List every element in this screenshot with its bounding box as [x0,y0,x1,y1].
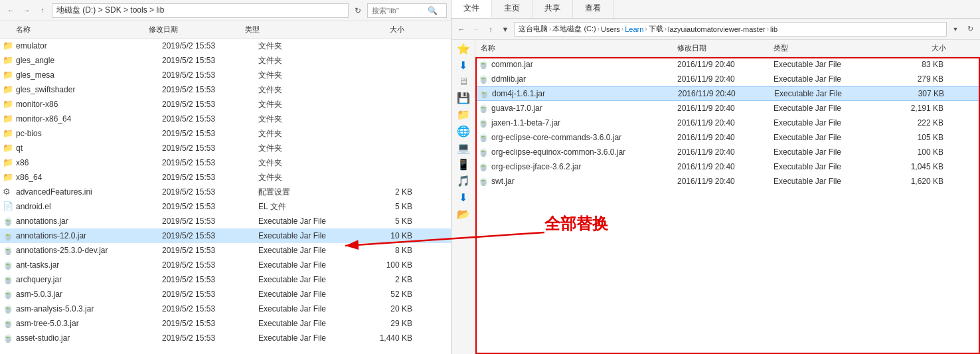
right-col-date-header[interactable]: 修改日期 [677,43,774,53]
path-part[interactable]: lib [770,25,777,33]
left-back-button[interactable]: ← [4,4,17,17]
sidebar-icon: ⬇ [459,59,467,72]
file-type: 文件夹 [258,41,365,52]
list-item[interactable]: 📁 x86_64 2019/5/2 15:53 文件夹 [0,170,451,185]
sidebar-item-3[interactable]: 💾 [457,92,470,104]
left-up-button[interactable]: ↑ [36,4,49,17]
path-part[interactable]: Learn [625,25,643,33]
file-name: gles_mesa [16,70,162,80]
file-size: 2 KB [365,275,418,284]
list-item[interactable]: 🍵 asm-analysis-5.0.3.jar 2019/5/2 15:53 … [0,302,451,316]
file-date: 2019/5/2 15:53 [162,260,258,270]
left-address-path[interactable]: 地磁盘 (D:) > SDK > tools > lib [52,3,349,18]
file-date: 2016/11/9 20:40 [677,104,774,113]
jar-icon: 🍵 [478,118,489,128]
right-col-name-header[interactable]: 名称 [478,43,677,53]
list-item[interactable]: 🍵 annotations-25.3.0-dev.jar 2019/5/2 15… [0,243,451,258]
left-refresh-button[interactable]: ↻ [351,4,365,17]
left-col-date-header[interactable]: 修改日期 [149,25,245,35]
list-item[interactable]: 📁 gles_angle 2019/5/2 15:53 文件夹 [0,53,451,68]
sidebar-item-10[interactable]: 📂 [457,208,470,221]
file-name: annotations.jar [16,217,162,226]
list-item[interactable]: 🍵 annotations.jar 2019/5/2 15:53 Executa… [0,214,451,228]
file-date: 2019/5/2 15:53 [162,304,258,313]
sidebar-icon: 🖥 [458,76,469,88]
file-size: 2 KB [365,187,418,197]
right-forward-button[interactable]: → [470,23,482,35]
search-icon[interactable]: 🔍 [428,6,438,15]
path-part[interactable]: Users [601,25,620,33]
list-item[interactable]: 📁 gles_mesa 2019/5/2 15:53 文件夹 [0,68,451,82]
left-col-name-header[interactable]: 名称 [3,25,149,35]
list-item[interactable]: 📁 x86 2019/5/2 15:53 文件夹 [0,155,451,170]
list-item[interactable]: 📁 qt 2019/5/2 15:53 文件夹 [0,141,451,155]
list-item[interactable]: 📁 monitor-x86_64 2019/5/2 15:53 文件夹 [0,112,451,126]
tab-主页[interactable]: 主页 [492,0,532,18]
list-item[interactable]: 🍵 asm-5.0.3.jar 2019/5/2 15:53 Executabl… [0,287,451,302]
sidebar-item-8[interactable]: 🎵 [457,175,470,187]
list-item[interactable]: 🍵 asm-tree-5.0.3.jar 2019/5/2 15:53 Exec… [0,316,451,331]
path-separator: › [645,25,647,33]
right-back-button[interactable]: ← [455,23,467,35]
list-item[interactable]: 🍵 org-eclipse-core-commands-3.6.0.jar 20… [475,130,980,145]
file-size: 100 KB [365,260,418,270]
sidebar-item-2[interactable]: 🖥 [458,76,469,88]
sidebar-icon: 💻 [457,141,470,154]
file-name: org-eclipse-core-commands-3.6.0.jar [491,133,677,142]
right-up-button[interactable]: ↑ [485,23,497,35]
file-type: Executable Jar File [258,333,365,343]
right-path[interactable]: 这台电脑 › 本地磁盘 (C:) › Users › Learn › 下载 › … [514,22,947,37]
list-item[interactable]: 🍵 jaxen-1.1-beta-7.jar 2016/11/9 20:40 E… [475,116,980,130]
left-search-box[interactable]: 🔍 [367,3,447,18]
file-date: 2019/5/2 15:53 [162,41,258,50]
list-item[interactable]: 🍵 swt.jar 2016/11/9 20:40 Executable Jar… [475,174,980,189]
list-item[interactable]: 📁 emulator 2019/5/2 15:53 文件夹 [0,39,451,53]
file-size: 52 KB [365,290,418,299]
list-item[interactable]: 🍵 common.jar 2016/11/9 20:40 Executable … [475,57,980,72]
path-part[interactable]: 这台电脑 [519,24,548,34]
list-item[interactable]: 🍵 dom4j-1.6.1.jar 2016/11/9 20:40 Execut… [475,86,980,101]
path-part[interactable]: lazyuiautomatorviewer-master [668,25,766,33]
sidebar-item-0[interactable]: ⭐ [457,43,470,55]
path-part[interactable]: 下载 [649,24,663,34]
list-item[interactable]: 📄 android.el 2019/5/2 15:53 EL 文件 5 KB [0,199,451,214]
list-item[interactable]: 📁 gles_swiftshader 2019/5/2 15:53 文件夹 [0,82,451,97]
right-recent-button[interactable]: ▼ [499,23,511,35]
sidebar-item-5[interactable]: 🌐 [457,125,470,137]
list-item[interactable]: 🍵 archquery.jar 2019/5/2 15:53 Executabl… [0,272,451,287]
file-type: 文件夹 [258,70,365,81]
list-item[interactable]: 🍵 asset-studio.jar 2019/5/2 15:53 Execut… [0,331,451,345]
sidebar-item-7[interactable]: 📱 [457,158,470,171]
right-file-pane: 文件主页共享查看 ← → ↑ ▼ 这台电脑 › 本地磁盘 (C:) › User… [451,0,980,354]
right-refresh-button[interactable]: ↻ [964,23,976,35]
list-item[interactable]: 🍵 org-eclipse-jface-3.6.2.jar 2016/11/9 … [475,159,980,174]
list-item[interactable]: 🍵 org-eclipse-equinox-common-3.6.0.jar 2… [475,145,980,159]
tab-查看[interactable]: 查看 [573,0,613,18]
left-search-input[interactable] [372,7,425,15]
right-col-size-header[interactable]: 大小 [893,43,946,53]
sidebar-item-1[interactable]: ⬇ [459,59,467,72]
right-path-down-button[interactable]: ▼ [949,23,961,35]
sidebar-item-6[interactable]: 💻 [457,141,470,154]
tab-文件[interactable]: 文件 [451,0,492,18]
list-item[interactable]: 📁 monitor-x86 2019/5/2 15:53 文件夹 [0,97,451,112]
list-item[interactable]: 📁 pc-bios 2019/5/2 15:53 文件夹 [0,126,451,141]
folder-icon: 📁 [3,157,13,168]
right-col-type-header[interactable]: 类型 [774,43,893,53]
list-item[interactable]: 🍵 ddmlib.jar 2016/11/9 20:40 Executable … [475,72,980,86]
right-file-list: 🍵 common.jar 2016/11/9 20:40 Executable … [475,57,980,354]
jar-icon: 🍵 [478,176,489,187]
left-col-type-header[interactable]: 类型 [245,25,351,35]
sidebar-item-4[interactable]: 📁 [457,108,470,121]
right-sidebar: ⭐⬇🖥💾📁🌐💻📱🎵⬇📂 [451,40,475,354]
sidebar-icon: ⬇ [459,191,467,204]
list-item[interactable]: 🍵 ant-tasks.jar 2019/5/2 15:53 Executabl… [0,258,451,272]
path-part[interactable]: 本地磁盘 (C:) [552,24,596,34]
left-col-size-header[interactable]: 大小 [351,25,404,35]
list-item[interactable]: ⚙ advancedFeatures.ini 2019/5/2 15:53 配置… [0,185,451,199]
tab-共享[interactable]: 共享 [532,0,573,18]
list-item[interactable]: 🍵 guava-17.0.jar 2016/11/9 20:40 Executa… [475,101,980,116]
sidebar-item-9[interactable]: ⬇ [459,191,467,204]
left-forward-button[interactable]: → [20,4,33,17]
list-item[interactable]: 🍵 annotations-12.0.jar 2019/5/2 15:53 Ex… [0,228,451,243]
